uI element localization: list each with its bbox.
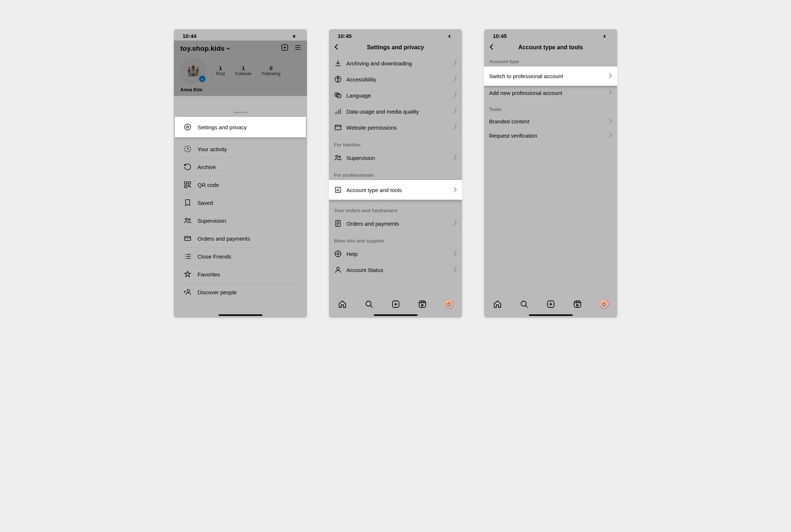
- svg-point-14: [187, 290, 189, 292]
- hamburger-menu-button[interactable]: [294, 43, 302, 53]
- row-supervision[interactable]: Supervision: [329, 150, 462, 166]
- status-bar: 10:45 ıııı: [484, 29, 617, 41]
- back-button[interactable]: [334, 44, 339, 52]
- chevron-right-icon: [608, 73, 612, 79]
- section-account-type: Account type: [484, 55, 617, 66]
- menu-favorites[interactable]: Favorites: [178, 265, 302, 283]
- profile-header: toy.shop.kids 🏰+ 1Post 1Follower 0Follow…: [174, 41, 307, 96]
- row-request-verification[interactable]: Request verification: [484, 129, 617, 143]
- tab-profile[interactable]: 🏰: [599, 299, 609, 309]
- svg-point-31: [366, 301, 371, 306]
- chevron-down-icon[interactable]: [226, 45, 230, 53]
- section-more-info: More info and support: [329, 231, 462, 246]
- row-website-permissions[interactable]: Website permissions: [329, 119, 462, 135]
- tab-search[interactable]: [364, 299, 374, 309]
- tab-search[interactable]: [519, 299, 529, 309]
- svg-rect-40: [574, 301, 581, 307]
- followers-stat[interactable]: 1Follower: [235, 65, 251, 76]
- section-for-families: For families: [329, 135, 462, 150]
- tab-reels[interactable]: [418, 299, 427, 309]
- chevron-right-icon: [453, 221, 457, 227]
- row-data-usage[interactable]: Data usage and media quality: [329, 103, 462, 119]
- section-for-professionals: For professionals: [329, 166, 462, 180]
- svg-point-11: [185, 218, 187, 221]
- menu-close-friends[interactable]: Close Friends: [178, 248, 302, 265]
- menu-discover-people[interactable]: Discover people: [178, 283, 302, 301]
- page-title: Account type and tools: [518, 44, 583, 51]
- supervision-icon: [334, 154, 342, 162]
- profile-stats: 1Post 1Follower 0Following: [216, 65, 280, 76]
- home-indicator[interactable]: [374, 314, 418, 316]
- status-time: 10:44: [183, 33, 196, 39]
- row-archiving-downloading[interactable]: Archiving and downloading: [329, 55, 462, 71]
- chevron-right-icon: [453, 125, 457, 131]
- menu-qr-code[interactable]: QR code: [178, 176, 302, 194]
- svg-point-12: [188, 219, 190, 221]
- svg-point-20: [338, 77, 339, 78]
- add-story-icon[interactable]: +: [198, 75, 206, 83]
- supervision-icon: [184, 217, 192, 225]
- tab-home[interactable]: [338, 299, 347, 309]
- following-stat[interactable]: 0Following: [262, 65, 280, 76]
- card-icon: [184, 234, 192, 242]
- row-account-type-tools[interactable]: Account type and tools: [329, 180, 462, 200]
- menu-settings-privacy[interactable]: Settings and privacy: [175, 117, 306, 137]
- chevron-right-icon: [453, 92, 457, 99]
- menu-saved[interactable]: Saved: [178, 194, 302, 212]
- row-accessibility[interactable]: Accessibility: [329, 71, 462, 87]
- browser-icon: [334, 123, 342, 131]
- menu-archive[interactable]: Archive: [178, 158, 302, 176]
- sheet-handle[interactable]: [234, 112, 247, 113]
- status-time: 10:45: [338, 33, 352, 39]
- signal-icon: ıııı: [603, 34, 605, 39]
- avatar[interactable]: 🏰+: [180, 58, 206, 83]
- home-indicator[interactable]: [529, 314, 573, 316]
- chevron-right-icon: [453, 76, 457, 83]
- svg-point-25: [339, 156, 341, 158]
- person-icon: [334, 266, 342, 274]
- menu-supervision[interactable]: Supervision: [178, 212, 302, 230]
- row-orders-payments[interactable]: Orders and payments: [329, 215, 462, 231]
- svg-rect-8: [185, 182, 187, 184]
- svg-point-6: [187, 126, 189, 128]
- tab-profile[interactable]: 🏰: [444, 299, 454, 309]
- row-switch-professional[interactable]: Switch to professional account: [484, 66, 617, 86]
- tab-reels[interactable]: [573, 299, 582, 309]
- home-indicator[interactable]: [219, 314, 262, 316]
- chevron-right-icon: [453, 60, 457, 66]
- new-post-button[interactable]: [281, 43, 289, 53]
- section-orders-fundraisers: Your orders and fundraisers: [329, 205, 462, 215]
- back-button[interactable]: [489, 44, 494, 52]
- status-bar: 10:45 ıııı: [329, 29, 462, 41]
- star-icon: [184, 270, 192, 278]
- row-language[interactable]: Language: [329, 87, 462, 103]
- gear-icon: [184, 123, 192, 131]
- posts-stat[interactable]: 1Post: [216, 65, 225, 76]
- add-person-icon: [184, 288, 192, 296]
- svg-rect-23: [335, 125, 341, 130]
- row-branded-content[interactable]: Branded content: [484, 114, 617, 129]
- tab-home[interactable]: [493, 299, 502, 309]
- row-account-status[interactable]: Account Status: [329, 262, 462, 278]
- svg-point-24: [336, 156, 338, 158]
- svg-rect-33: [419, 301, 426, 307]
- tools-icon: [334, 186, 342, 194]
- status-time: 10:45: [493, 33, 507, 39]
- qr-icon: [184, 181, 192, 189]
- username[interactable]: toy.shop.kids: [180, 45, 224, 53]
- menu-orders-payments[interactable]: Orders and payments: [178, 230, 302, 248]
- signal-icon: ıııı: [293, 34, 295, 39]
- status-icons: ıııı: [448, 34, 453, 39]
- chevron-right-icon: [453, 155, 457, 161]
- svg-point-5: [185, 124, 191, 130]
- tab-new-post[interactable]: [546, 299, 556, 309]
- signal-icon: ıııı: [448, 34, 450, 39]
- menu-your-activity[interactable]: Your activity: [178, 140, 302, 158]
- section-tools: Tools: [484, 100, 617, 114]
- language-icon: [334, 91, 342, 99]
- row-help[interactable]: Help: [329, 246, 462, 262]
- tab-new-post[interactable]: [391, 299, 400, 309]
- row-add-professional[interactable]: Add new professional account: [484, 86, 617, 100]
- chevron-right-icon: [453, 267, 457, 273]
- download-icon: [334, 59, 342, 67]
